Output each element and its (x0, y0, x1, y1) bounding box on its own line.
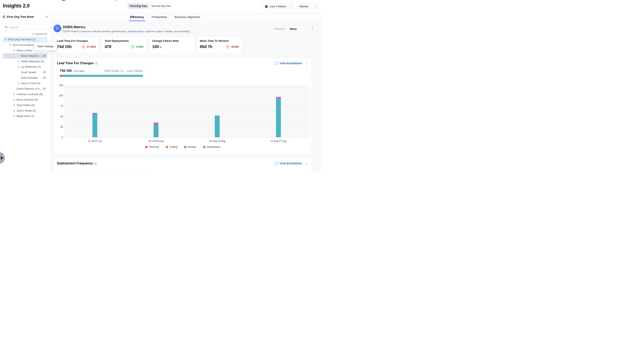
deployment-frequency-title: Deployment Frequency (57, 162, 93, 165)
chevron-right-icon[interactable] (17, 82, 20, 85)
chevron-right-icon[interactable] (12, 114, 16, 118)
team-settings-icon[interactable] (43, 54, 46, 57)
chevron-down-icon[interactable] (12, 49, 16, 52)
x-axis-label: 28 Jul-03 Aug (140, 140, 172, 142)
breakdown-expand-icon (275, 62, 278, 65)
legend-label: Planning (149, 146, 159, 148)
metric-value: 85d 7h (200, 44, 212, 49)
scrollbar-track[interactable] (319, 13, 322, 172)
dora-section-description: DORA metrics measure software delivery p… (63, 30, 190, 33)
chevron-up-icon[interactable] (46, 16, 48, 18)
stacked-bar-11-aug-17-aug[interactable] (276, 97, 281, 137)
tree-item-label: Maya Yette (3) (16, 114, 34, 118)
chevron-right-icon[interactable] (12, 104, 16, 107)
granularity-select[interactable]: Weekly (297, 3, 319, 9)
tree-item-first-org-tree-root-1[interactable]: First Org Tree Root (1) (3, 37, 48, 42)
dora-section-title: DORA Metrics (63, 25, 85, 29)
metric-card-title: Total Deployments (104, 39, 144, 42)
trend-badge: ↗3.68% (130, 44, 144, 49)
tree-item-todd-bromley[interactable]: Todd Bromley (3, 75, 48, 80)
phase-distribution-bar (60, 75, 143, 77)
chevron-down-icon (289, 5, 292, 8)
chevron-right-icon[interactable] (12, 98, 16, 101)
metric-value: 479 (104, 44, 111, 49)
metric-card-title: Change Failure Rate (152, 39, 191, 42)
tree-item-direct-reports[interactable]: Direct Reports ... (3, 53, 48, 58)
metric-card-value-row: 74d 15h↗27.56% (57, 44, 96, 49)
chevron-down-icon[interactable] (4, 38, 7, 41)
info-icon[interactable] (121, 70, 124, 72)
stacked-bar-28-jul-03-aug[interactable] (154, 123, 158, 137)
stacked-bar-21-jul-27-jul[interactable] (92, 113, 97, 137)
metric-value: 74d 15h (57, 44, 72, 49)
y-axis-tick: 75 (55, 104, 63, 108)
view-breakdown-link[interactable]: View Breakdown (275, 162, 302, 165)
metric-card-mean-time-to-restore: Mean Time To Restore85d 7h↗40.8% (196, 36, 242, 54)
info-icon[interactable] (95, 62, 98, 65)
chevron-placeholder (17, 54, 20, 58)
tree-item-liz-whittome-1[interactable]: Liz Whittome (1) (3, 64, 48, 70)
separator: | (125, 69, 126, 72)
search-input[interactable] (9, 26, 46, 29)
showing-controls: Showing Mean (274, 26, 314, 32)
tab-business-alignment[interactable]: Business Alignment (174, 13, 200, 21)
view-breakdown-link[interactable]: View Breakdown (275, 62, 302, 65)
tree-item-jason-coats-3[interactable]: Jason Coats (3) (3, 80, 48, 86)
tab-efficiency[interactable]: Efficiency (130, 13, 144, 21)
breakdown-expand-icon (275, 162, 278, 165)
org-toggle-second-org-tree[interactable]: Second Org Tree (149, 4, 173, 8)
date-range-select[interactable]: Last 4 Weeks (263, 3, 294, 9)
legend-item-planning[interactable]: Planning (145, 146, 159, 148)
play-triangle-icon (1, 156, 3, 160)
chevron-right-icon[interactable] (12, 109, 16, 112)
dora-menu-kebab-icon[interactable] (311, 26, 314, 31)
tree-item-tony-pallas-5[interactable]: Tony Pallas (5) (3, 102, 48, 108)
expand-all-label: Expand All (35, 33, 47, 36)
expand-all-button[interactable]: Expand All (3, 33, 47, 36)
legend-item-review[interactable]: Review (184, 146, 196, 148)
tree-item-lindsay-liszewski-8[interactable]: Lindsay Liszewski (8) (3, 92, 48, 97)
chevron-right-icon[interactable] (12, 93, 16, 96)
chart-menu-kebab-icon[interactable] (305, 61, 308, 66)
tickets-count: 5030 Tickets (104, 69, 119, 72)
chevron-right-icon[interactable] (17, 65, 20, 68)
team-settings-icon[interactable] (43, 87, 46, 90)
sidebar-header[interactable]: First Org Tree Root (0, 13, 50, 21)
x-axis-label: 21 Jul-27 Jul (79, 140, 111, 142)
tree-item-label: Direct Reports ... (21, 54, 41, 57)
team-settings-icon[interactable] (43, 71, 46, 74)
team-settings-icon[interactable] (43, 76, 46, 79)
lead-time-title: Lead Time For Changes (57, 62, 94, 65)
metric-card-value-row: 479↗3.68% (104, 44, 144, 49)
tree-item-jason-stead-4[interactable]: Jason Stead (4) (3, 108, 48, 113)
tree-item-label: Direct Reports of A... (16, 87, 42, 90)
gridline (64, 96, 309, 96)
legend-label: Review (188, 146, 196, 148)
tree-item-maya-yette-3[interactable]: Maya Yette (3) (3, 113, 48, 119)
tree-item-label: Todd Bromley (21, 76, 38, 79)
x-axis-label: 11 Aug-17 Aug (262, 140, 295, 142)
team-settings-tooltip: Team settings (34, 42, 57, 50)
tree-item-direct-reports-of-a[interactable]: Direct Reports of A... (3, 86, 48, 92)
trend-arrow-icon: ↗ (81, 44, 86, 49)
legend-item-coding[interactable]: Coding (166, 146, 178, 148)
tree-item-brian-kirkland-6[interactable]: Brian Kirkland (6) (3, 97, 48, 102)
org-toggle-first-org-tree[interactable]: First Org Tree (128, 4, 149, 8)
chevron-down-icon[interactable] (8, 44, 12, 46)
legend-swatch (184, 146, 186, 148)
legend-item-deployment[interactable]: Deployment (203, 146, 220, 148)
active-tab-underline (129, 20, 145, 21)
chevron-right-icon[interactable] (17, 60, 20, 63)
search-icon (5, 26, 8, 28)
stacked-bar-04-aug-10-aug[interactable] (215, 116, 220, 138)
aggregation-select[interactable]: Mean (288, 26, 308, 32)
tree-item-teddy-wylupski-2[interactable]: Teddy Wylupski (2) (3, 58, 48, 64)
metric-card-title: Lead Time For Changes (57, 39, 96, 42)
info-icon[interactable] (94, 162, 97, 165)
chart-menu-kebab-icon[interactable] (305, 161, 308, 166)
tree-item-scott-tarkett[interactable]: Scott Tarkett (3, 70, 48, 75)
metric-card-value-row: 85d 7h↗40.8% (200, 44, 239, 49)
metric-unit: % (159, 46, 162, 49)
tab-productivity[interactable]: Productivity (152, 13, 167, 21)
calendar-icon (265, 5, 268, 8)
